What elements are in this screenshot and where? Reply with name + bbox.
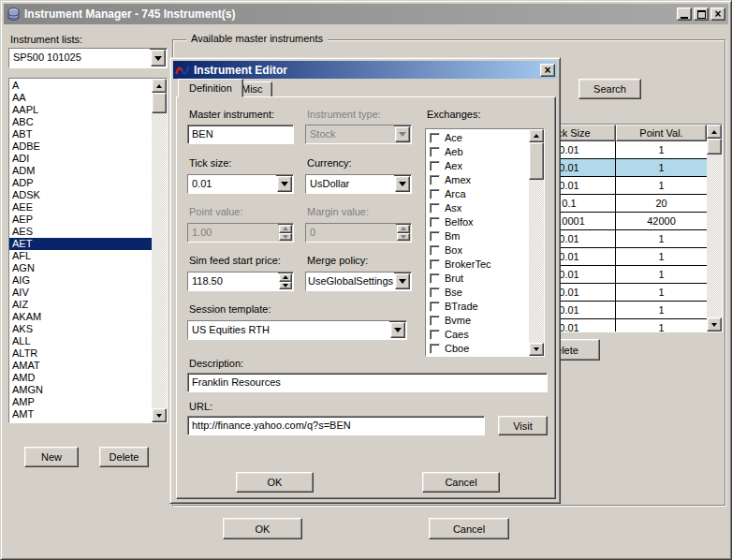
instrument-list-item[interactable]: ABC	[9, 116, 152, 128]
scrollbar-thumb[interactable]	[529, 142, 544, 180]
instrument-list-item[interactable]: AIZ	[9, 299, 152, 311]
tick-size-combobox[interactable]: 0.01	[187, 174, 294, 194]
scroll-up-button[interactable]	[152, 79, 167, 93]
instrument-list-item[interactable]: AKS	[9, 323, 152, 335]
instrument-list-item[interactable]: AMT	[9, 408, 152, 420]
table-scrollbar[interactable]	[707, 125, 722, 332]
instrument-list-item[interactable]: ABT	[9, 128, 152, 140]
exchange-item[interactable]: Belfox	[426, 215, 529, 229]
checkbox-icon[interactable]	[430, 147, 440, 157]
instrument-list-item[interactable]: AIV	[9, 287, 152, 299]
instrument-list-item[interactable]: AMD	[9, 372, 152, 384]
exchange-item[interactable]: Bm	[426, 229, 529, 243]
scroll-down-button[interactable]	[529, 343, 544, 356]
instrument-list-item[interactable]: ADP	[9, 177, 152, 189]
exchange-item[interactable]: Amex	[426, 173, 529, 187]
dialog-titlebar[interactable]: Instrument Editor ×	[173, 61, 557, 79]
tab-definition[interactable]: Definition	[178, 79, 243, 97]
exchange-item[interactable]: Asx	[426, 201, 529, 215]
exchange-item[interactable]: Aeb	[426, 145, 529, 159]
exchange-item[interactable]: BTrade	[426, 300, 529, 314]
checkbox-icon[interactable]	[430, 175, 440, 185]
exchange-item[interactable]: Cboe	[426, 342, 529, 356]
sim-feed-start-price-spinner[interactable]: 118.50	[187, 272, 294, 291]
merge-policy-combobox[interactable]: UseGlobalSettings	[305, 272, 412, 291]
description-input[interactable]: Franklin Resources	[187, 373, 548, 392]
exchange-item[interactable]: BrokerTec	[426, 258, 529, 272]
scrollbar-thumb[interactable]	[707, 139, 722, 155]
dialog-cancel-button[interactable]: Cancel	[422, 472, 500, 493]
exchanges-scrollbar[interactable]	[529, 129, 544, 356]
dropdown-button[interactable]	[395, 273, 410, 289]
search-button[interactable]: Search	[578, 79, 641, 99]
exchange-item[interactable]: Box	[426, 243, 529, 258]
spin-down-button[interactable]	[279, 282, 292, 290]
instrument-list-item[interactable]: AMGN	[9, 384, 152, 396]
close-button[interactable]: ×	[710, 7, 725, 21]
checkbox-icon[interactable]	[430, 330, 440, 340]
instrument-list-item[interactable]: AEP	[9, 214, 152, 226]
checkbox-icon[interactable]	[430, 231, 440, 242]
instrument-list-item[interactable]: AMP	[9, 396, 152, 408]
scroll-up-button[interactable]	[529, 129, 544, 142]
spin-up-button[interactable]	[279, 273, 292, 282]
url-input[interactable]: http://finance.yahoo.com/q?s=BEN	[187, 416, 485, 435]
checkbox-icon[interactable]	[430, 259, 440, 270]
checkbox-icon[interactable]	[430, 316, 440, 326]
main-cancel-button[interactable]: Cancel	[429, 518, 509, 539]
instrument-list-dropdown-button[interactable]	[151, 50, 166, 66]
instrument-list-item[interactable]: AGN	[9, 262, 152, 274]
delete-list-button[interactable]: Delete	[99, 447, 149, 467]
visit-button[interactable]: Visit	[498, 416, 548, 435]
exchange-item[interactable]: Arca	[426, 187, 529, 201]
instrument-list-item[interactable]: ADI	[9, 153, 152, 165]
exchange-item[interactable]: Ace	[426, 131, 529, 145]
instrument-list-item[interactable]: A	[9, 80, 152, 92]
checkbox-icon[interactable]	[430, 287, 440, 298]
checkbox-icon[interactable]	[430, 189, 440, 199]
checkbox-icon[interactable]	[430, 217, 440, 228]
scroll-down-button[interactable]	[707, 317, 722, 332]
instrument-list-item[interactable]: AET	[9, 238, 152, 250]
scroll-down-button[interactable]	[152, 408, 167, 422]
instrument-list-item[interactable]: ADBE	[9, 140, 152, 153]
scrollbar-thumb[interactable]	[152, 93, 167, 113]
dropdown-button[interactable]	[395, 176, 410, 192]
new-button[interactable]: New	[24, 447, 79, 467]
instrument-list-scrollbar[interactable]	[152, 79, 167, 422]
instrument-list-item[interactable]: AES	[9, 226, 152, 238]
instrument-list-item[interactable]: AMAT	[9, 360, 152, 372]
checkbox-icon[interactable]	[430, 344, 440, 354]
exchange-item[interactable]: Aex	[426, 159, 529, 173]
column-header-point-val[interactable]: Point Val.	[616, 125, 707, 141]
session-template-combobox[interactable]: US Equities RTH	[187, 320, 407, 340]
minimize-button[interactable]	[677, 7, 692, 21]
instrument-list-item[interactable]: ALL	[9, 335, 152, 347]
exchange-item[interactable]: Bvme	[426, 314, 529, 328]
checkbox-icon[interactable]	[430, 273, 440, 284]
instrument-list-item[interactable]: ADM	[9, 165, 152, 177]
instrument-list-item[interactable]: AA	[9, 92, 152, 104]
exchange-item[interactable]: Brut	[426, 272, 529, 286]
dropdown-button[interactable]	[277, 176, 292, 192]
instrument-list-item[interactable]: ADSK	[9, 189, 152, 201]
main-titlebar[interactable]: Instrument Manager - 745 Instrument(s) ×	[4, 4, 728, 24]
instrument-list-item[interactable]: AKAM	[9, 311, 152, 323]
instrument-list-item[interactable]: ALTR	[9, 347, 152, 360]
checkbox-icon[interactable]	[430, 161, 440, 171]
dialog-ok-button[interactable]: OK	[236, 472, 314, 493]
scrollbar-track[interactable]	[529, 180, 544, 343]
scrollbar-track[interactable]	[707, 155, 722, 317]
instrument-list-item[interactable]: AEE	[9, 201, 152, 214]
dropdown-button[interactable]	[390, 322, 405, 338]
instrument-list-item[interactable]: AFL	[9, 250, 152, 262]
main-ok-button[interactable]: OK	[223, 518, 302, 539]
checkbox-icon[interactable]	[430, 302, 440, 312]
dialog-close-button[interactable]: ×	[540, 64, 555, 77]
instrument-list-item[interactable]: AAPL	[9, 104, 152, 116]
instrument-list-combobox[interactable]: SP500 101025	[8, 48, 168, 68]
maximize-button[interactable]	[694, 7, 709, 21]
scroll-up-button[interactable]	[707, 125, 722, 139]
currency-combobox[interactable]: UsDollar	[305, 174, 412, 194]
checkbox-icon[interactable]	[430, 245, 440, 256]
